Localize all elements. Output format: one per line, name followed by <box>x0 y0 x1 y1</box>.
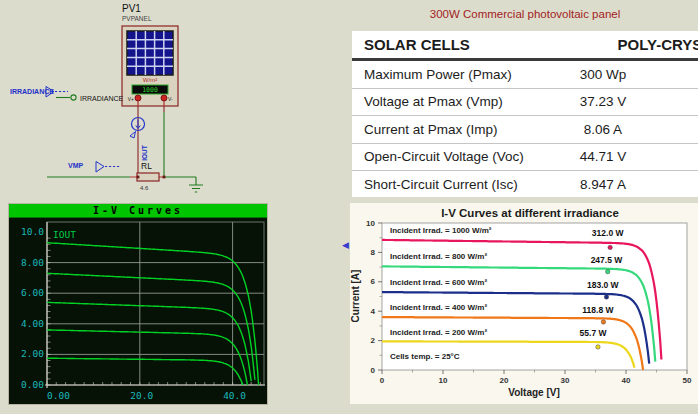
iv-irradiance-chart: I-V Curves at different irradiance 01020… <box>350 203 698 404</box>
svg-text:0: 0 <box>371 366 376 375</box>
spec-table-header: SOLAR CELLS POLY-CRYST. <box>352 31 698 61</box>
table-row: Short-Circuit Current (Isc) 8.947 A <box>352 171 698 197</box>
terminal-negative-label: V- <box>168 96 173 102</box>
scope-plot[interactable]: 0.002.004.006.008.0010.00.0020.040.0IOUT <box>9 218 267 405</box>
svg-text:Cells temp. = 25°C: Cells temp. = 25°C <box>390 352 460 361</box>
svg-text:Incident Irrad. = 1000 W/m²: Incident Irrad. = 1000 W/m² <box>390 226 492 235</box>
svg-text:55.7 W: 55.7 W <box>580 328 608 338</box>
svg-text:20.0: 20.0 <box>130 390 153 401</box>
spec-row-label: Voltage at Pmax (Vmp) <box>352 94 528 109</box>
svg-text:0: 0 <box>380 376 385 385</box>
svg-text:30: 30 <box>561 376 570 385</box>
junction-dot <box>137 176 140 179</box>
vmp-tag[interactable]: VMP <box>68 162 120 173</box>
vmp-tag-label: VMP <box>68 162 84 169</box>
svg-text:6.00: 6.00 <box>21 287 44 298</box>
vmp-arrow-icon <box>96 162 104 173</box>
junction-dot <box>163 176 166 179</box>
svg-text:Incident Irrad. = 200 W/m²: Incident Irrad. = 200 W/m² <box>390 328 487 337</box>
table-row: Current at Pmax (Imp) 8.06 A <box>352 116 698 144</box>
probe-label: IOUT <box>141 145 148 161</box>
svg-text:20: 20 <box>500 376 509 385</box>
spec-table: SOLAR CELLS POLY-CRYST. Maximum Power (P… <box>352 31 698 197</box>
svg-text:6: 6 <box>371 277 376 286</box>
svg-text:Voltage [V]: Voltage [V] <box>508 387 559 398</box>
svg-text:Current [A]: Current [A] <box>350 270 361 323</box>
pv-panel-symbol[interactable]: W/m² 1000 V+ V- <box>122 26 178 106</box>
svg-text:0.00: 0.00 <box>21 379 44 390</box>
left-arrow-icon[interactable]: ◀ <box>342 240 349 250</box>
component-type[interactable]: PVPANEL <box>122 15 152 22</box>
svg-text:10: 10 <box>439 376 448 385</box>
terminal-negative[interactable] <box>161 95 167 101</box>
svg-text:8.00: 8.00 <box>21 257 44 268</box>
table-row: Voltage at Pmax (Vmp) 37.23 V <box>352 89 698 117</box>
svg-text:4: 4 <box>371 307 376 316</box>
terminal-positive[interactable] <box>135 95 141 101</box>
table-row: Open-Circuit Voltage (Voc) 44.71 V <box>352 144 698 172</box>
schematic-canvas: PV1 PVPANEL W/m² 1000 V+ V- IOUT RL 4.6 … <box>0 0 345 203</box>
spec-row-label: Current at Pmax (Imp) <box>352 122 528 137</box>
terminal-positive-label: V+ <box>128 96 134 102</box>
svg-text:118.8 W: 118.8 W <box>582 305 614 315</box>
svg-text:2.00: 2.00 <box>21 348 44 359</box>
table-row: Maximum Power (Pmax) 300 Wp <box>352 61 698 89</box>
probe-pointer-icon <box>130 132 136 139</box>
svg-text:8: 8 <box>371 248 376 257</box>
spec-row-value: 300 Wp <box>528 67 678 82</box>
spec-row-value: 8.06 A <box>528 122 678 137</box>
probe-arrow-icon <box>136 120 140 129</box>
svg-text:4.00: 4.00 <box>21 318 44 329</box>
irradiance-unit-label: W/m² <box>143 77 157 83</box>
svg-text:10.0: 10.0 <box>21 226 44 237</box>
irradiance-node-label: IRRADIANCE <box>80 95 124 102</box>
resistor-value-label: 4.6 <box>140 185 149 191</box>
solar-cells-icon <box>127 31 173 75</box>
svg-text:183.0 W: 183.0 W <box>587 280 620 290</box>
iv-curves-scope-window[interactable]: I-V Curves 0.002.004.006.008.0010.00.002… <box>8 203 268 405</box>
resistor-ref-label: RL <box>141 161 152 171</box>
irradiance-input-tag[interactable]: IRRADIANCE IRRADIANCE <box>10 87 124 102</box>
wire-bottom[interactable] <box>47 177 196 185</box>
svg-text:IOUT: IOUT <box>53 229 76 240</box>
irradiance-tag-label: IRRADIANCE <box>10 88 54 95</box>
spec-row-value: 44.71 V <box>528 149 678 164</box>
ground-icon[interactable] <box>189 185 203 192</box>
spec-row-label: Open-Circuit Voltage (Voc) <box>352 149 528 164</box>
lcd-value: 1000 <box>142 86 158 94</box>
svg-text:50: 50 <box>683 376 692 385</box>
svg-text:2: 2 <box>371 336 376 345</box>
spec-col-left: SOLAR CELLS <box>364 36 470 53</box>
spec-row-value: 8.947 A <box>528 177 678 192</box>
spec-row-value: 37.23 V <box>528 94 678 109</box>
spec-row-label: Short-Circuit Current (Isc) <box>352 177 528 192</box>
node-circle <box>71 95 76 100</box>
svg-text:40.0: 40.0 <box>223 390 246 401</box>
spec-row-label: Maximum Power (Pmax) <box>352 67 528 82</box>
spec-col-right: POLY-CRYST. <box>618 36 698 53</box>
resistor-rl[interactable]: RL 4.6 <box>130 161 164 191</box>
svg-text:247.5 W: 247.5 W <box>591 255 624 265</box>
chart-plot: 010203040500246810Voltage [V]Current [A]… <box>350 203 698 404</box>
svg-text:Incident Irrad. = 400 W/m²: Incident Irrad. = 400 W/m² <box>390 303 487 312</box>
svg-text:312.0 W: 312.0 W <box>592 228 625 238</box>
svg-text:40: 40 <box>622 376 631 385</box>
svg-text:0.00: 0.00 <box>47 390 70 401</box>
current-probe[interactable]: IOUT <box>130 118 148 161</box>
component-ref[interactable]: PV1 <box>122 3 141 14</box>
chart-title: I-V Curves at different irradiance <box>370 207 690 219</box>
svg-text:Incident Irrad. = 800 W/m²: Incident Irrad. = 800 W/m² <box>390 252 487 261</box>
spec-table-title: 300W Commercial photovoltaic panel <box>352 8 698 20</box>
scope-title-bar[interactable]: I-V Curves <box>9 204 267 218</box>
svg-text:10: 10 <box>366 219 375 228</box>
svg-text:Incident Irrad. = 600 W/m²: Incident Irrad. = 600 W/m² <box>390 278 487 287</box>
